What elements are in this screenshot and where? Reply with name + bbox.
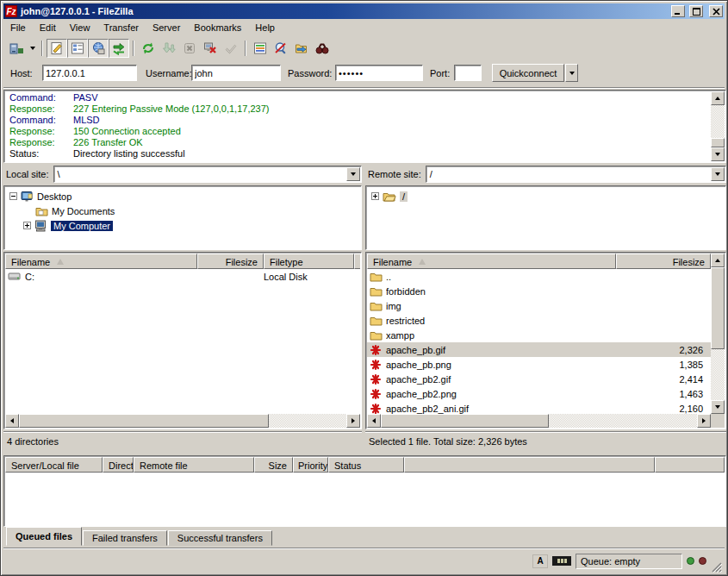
- scrollbar-thumb[interactable]: [19, 414, 269, 428]
- menu-item-help[interactable]: Help: [248, 21, 282, 35]
- refresh-button[interactable]: [138, 39, 159, 58]
- synchronized-browsing-button[interactable]: [291, 39, 312, 58]
- column-header-server-local-file[interactable]: Server/Local file: [5, 457, 103, 473]
- menu-item-file[interactable]: File: [3, 21, 33, 35]
- password-input[interactable]: [335, 65, 423, 81]
- scroll-left-button[interactable]: [5, 414, 19, 428]
- directory-comparison-button[interactable]: [271, 39, 291, 58]
- remote-file-row-selected[interactable]: apache_pb.gif2,326: [367, 342, 711, 357]
- quickconnect-dropdown-button[interactable]: [565, 64, 578, 82]
- tree-item-root[interactable]: /: [366, 189, 725, 203]
- column-header-remote-file[interactable]: Remote file: [134, 457, 254, 473]
- username-input[interactable]: [191, 65, 281, 81]
- scrollbar-thumb[interactable]: [711, 138, 725, 147]
- tab-queued-files[interactable]: Queued files: [6, 527, 82, 546]
- remote-file-row[interactable]: apache_pb2.png1,463: [367, 386, 711, 401]
- column-header-filetype[interactable]: Filetype: [264, 254, 354, 269]
- local-list-rows: C: Local Disk: [5, 269, 360, 414]
- remote-site-combobox[interactable]: /: [426, 166, 726, 183]
- menu-item-server[interactable]: Server: [146, 21, 187, 35]
- column-header-status[interactable]: Status: [328, 457, 404, 473]
- collapse-expander-icon[interactable]: [9, 192, 17, 200]
- tree-item-my-computer[interactable]: My Computer: [4, 218, 361, 233]
- column-header-filename[interactable]: Filename: [367, 254, 616, 269]
- log-line: Response:226 Transfer OK: [9, 137, 711, 148]
- cancel-operation-button[interactable]: [179, 39, 200, 58]
- local-horizontal-scrollbar[interactable]: [5, 414, 360, 428]
- data-type-indicator-icon[interactable]: A: [532, 554, 548, 568]
- expand-expander-icon[interactable]: [371, 192, 379, 200]
- tree-item-desktop[interactable]: Desktop: [4, 189, 361, 203]
- remote-file-row[interactable]: ..: [367, 269, 711, 284]
- reconnect-button[interactable]: [221, 39, 241, 58]
- tree-item-my-documents[interactable]: My Documents: [4, 203, 361, 218]
- scrollbar-thumb[interactable]: [381, 414, 549, 428]
- column-header-filesize[interactable]: Filesize: [616, 254, 711, 269]
- menu-item-view[interactable]: View: [63, 21, 97, 35]
- disconnect-button[interactable]: [200, 39, 221, 58]
- menu-item-bookmarks[interactable]: Bookmarks: [187, 21, 248, 35]
- image-file-icon: [370, 403, 383, 415]
- scrollbar-thumb[interactable]: [711, 267, 725, 349]
- column-header-priority[interactable]: Priority: [293, 457, 328, 473]
- combo-dropdown-button[interactable]: [711, 167, 725, 181]
- local-file-row[interactable]: C: Local Disk: [5, 269, 360, 284]
- remote-horizontal-scrollbar[interactable]: [367, 414, 711, 428]
- column-header-last-modified[interactable]: L: [354, 254, 360, 269]
- speed-limit-indicator-icon[interactable]: [552, 556, 571, 566]
- close-button[interactable]: [709, 5, 723, 17]
- column-header-direction[interactable]: Directi...: [103, 457, 134, 473]
- minimize-button[interactable]: [671, 5, 685, 17]
- tab-successful-transfers[interactable]: Successful transfers: [168, 530, 272, 546]
- quickconnect-button[interactable]: Quickconnect: [492, 64, 564, 82]
- image-file-icon: [370, 359, 383, 371]
- local-list-header: Filename Filesize Filetype L: [5, 254, 360, 269]
- scroll-up-button[interactable]: [711, 254, 725, 267]
- local-site-combobox[interactable]: \: [53, 166, 362, 183]
- tab-failed-transfers[interactable]: Failed transfers: [83, 530, 167, 546]
- titlebar[interactable]: Fz john@127.0.0.1 - FileZilla: [3, 3, 725, 19]
- remote-file-row[interactable]: img: [367, 298, 711, 313]
- combo-dropdown-button[interactable]: [346, 167, 360, 181]
- remote-file-row[interactable]: xampp: [367, 328, 711, 342]
- queue-tabs: Queued files Failed transfers Successful…: [3, 527, 273, 546]
- port-input[interactable]: [454, 65, 482, 81]
- toggle-remote-tree-button[interactable]: [88, 39, 109, 58]
- search-button[interactable]: [312, 39, 333, 58]
- maximize-button[interactable]: [689, 5, 703, 17]
- scroll-right-button[interactable]: [697, 414, 711, 428]
- remote-file-row[interactable]: apache_pb.png1,385: [367, 357, 711, 372]
- remote-file-row[interactable]: apache_pb2_ani.gif2,160: [367, 401, 711, 414]
- scroll-down-button[interactable]: [711, 400, 725, 414]
- column-header-filler: [655, 457, 725, 473]
- chevron-down-icon: [30, 47, 35, 50]
- site-manager-dropdown-button[interactable]: [27, 39, 38, 58]
- message-log: Command:PASV Response:227 Entering Passi…: [3, 90, 726, 163]
- toggle-local-tree-button[interactable]: [67, 39, 88, 58]
- column-header-size[interactable]: Size: [254, 457, 293, 473]
- remote-file-row[interactable]: apache_pb2.gif2,414: [367, 372, 711, 386]
- column-header-filesize[interactable]: Filesize: [197, 254, 264, 269]
- site-manager-button[interactable]: [6, 39, 27, 58]
- toggle-queue-button[interactable]: [109, 39, 129, 58]
- menu-item-transfer[interactable]: Transfer: [96, 21, 146, 35]
- scroll-left-button[interactable]: [367, 414, 381, 428]
- remote-file-row[interactable]: forbidden: [367, 284, 711, 298]
- log-scrollbar[interactable]: [711, 91, 725, 161]
- local-file-list: Filename Filesize Filetype L C:: [3, 252, 362, 429]
- local-status-text: 4 directories: [3, 431, 362, 452]
- filter-button[interactable]: [250, 39, 271, 58]
- process-queue-button[interactable]: [159, 39, 179, 58]
- scroll-right-button[interactable]: [346, 414, 360, 428]
- scroll-down-button[interactable]: [711, 147, 725, 161]
- scroll-up-button[interactable]: [711, 91, 725, 105]
- host-input[interactable]: [42, 65, 137, 81]
- remote-vertical-scrollbar[interactable]: [711, 254, 725, 414]
- toggle-message-log-button[interactable]: [47, 39, 67, 58]
- resize-grip[interactable]: [711, 561, 722, 573]
- expand-expander-icon[interactable]: [23, 222, 31, 229]
- queue-header: Server/Local file Directi... Remote file…: [5, 457, 725, 473]
- menu-item-edit[interactable]: Edit: [33, 21, 63, 35]
- column-header-filename[interactable]: Filename: [5, 254, 197, 269]
- remote-file-row[interactable]: restricted: [367, 313, 711, 328]
